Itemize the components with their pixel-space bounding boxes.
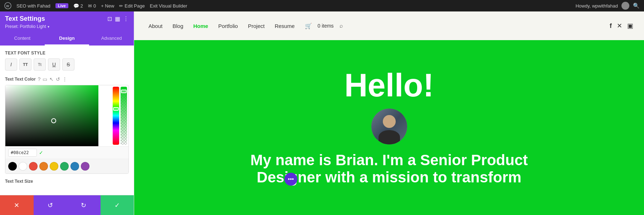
admin-bar: W SEO with Fahad Live 💬 2 ✉ 0 + New ✏ Ed… — [0, 0, 644, 11]
strikethrough-button[interactable]: S — [62, 58, 74, 71]
nav-portfolio[interactable]: Portfolio — [218, 23, 238, 29]
save-button[interactable]: ✓ — [101, 195, 134, 215]
avatar-image — [371, 109, 407, 144]
nav-about[interactable]: About — [148, 23, 162, 29]
alpha-handle — [121, 90, 127, 93]
hue-slider[interactable] — [113, 87, 119, 145]
swatch-yellow[interactable] — [50, 162, 58, 171]
panel-tabs: Content Design Advanced — [0, 32, 134, 46]
text-size-label: Text Text Size — [5, 179, 129, 184]
more-options-icon[interactable]: ⋮ — [62, 76, 67, 82]
svg-text:W: W — [6, 4, 9, 8]
cart-icon[interactable]: 🛒 — [305, 23, 312, 29]
nav-right: 🛒 0 items ⌕ — [305, 23, 343, 29]
nav-project[interactable]: Project — [248, 23, 265, 29]
chevron-down-icon: ▾ — [48, 25, 49, 29]
hue-handle — [113, 107, 119, 111]
undo-icon[interactable]: ↺ — [56, 76, 60, 82]
panel-more-icon[interactable]: ⋮ — [123, 15, 129, 22]
font-style-label: Text Font Style — [5, 51, 129, 56]
floating-menu-button[interactable]: ••• — [284, 173, 297, 186]
text-color-row: Text Text Color ? ▭ ↖ ↺ ⋮ — [5, 76, 129, 82]
cancel-button[interactable]: ✕ — [0, 195, 34, 215]
site-name[interactable]: SEO with Fahad — [16, 3, 50, 9]
avatar-body — [379, 130, 400, 144]
reset-button[interactable]: ↺ — [34, 195, 67, 215]
underline-button[interactable]: U — [48, 58, 60, 71]
site-area: About Blog Home Portfolio Project Resume… — [134, 11, 644, 215]
speech-icon: 💬 — [73, 3, 79, 9]
exit-visual-builder-button[interactable]: Exit Visual Builder — [150, 3, 187, 9]
monitor-icon[interactable]: ▭ — [43, 76, 47, 82]
tab-content[interactable]: Content — [0, 32, 45, 46]
swatch-black[interactable] — [8, 162, 17, 171]
instagram-icon[interactable]: ▣ — [627, 22, 633, 30]
site-navigation: About Blog Home Portfolio Project Resume… — [134, 11, 644, 40]
panel-preset[interactable]: Preset: Portfolio Light ▾ — [5, 24, 129, 29]
cart-text: 0 items — [318, 23, 334, 29]
nav-links: About Blog Home Portfolio Project Resume… — [148, 23, 343, 29]
cursor-icon[interactable]: ↖ — [49, 76, 54, 82]
uppercase-button[interactable]: TT — [19, 58, 31, 71]
swatch-red[interactable] — [29, 162, 38, 171]
nav-resume[interactable]: Resume — [275, 23, 295, 29]
panel-expand-icon[interactable]: ⊡ — [107, 15, 112, 22]
twitter-icon[interactable]: ✕ — [617, 22, 622, 30]
panel-header: Text Settings ⊡ ▦ ⋮ Preset: Portfolio Li… — [0, 11, 134, 32]
admin-search-icon[interactable]: 🔍 — [633, 3, 640, 9]
color-swatches — [5, 159, 128, 173]
facebook-icon[interactable]: f — [610, 22, 612, 30]
color-input-row: ✓ — [5, 146, 128, 159]
live-badge: Live — [55, 3, 68, 8]
help-icon[interactable]: ? — [38, 76, 41, 82]
color-picker[interactable]: ✓ — [5, 85, 129, 174]
comments-count[interactable]: 💬 2 — [73, 3, 83, 9]
avatar-head — [383, 115, 396, 128]
bottom-buttons: ✕ ↺ ↻ ✓ — [0, 195, 134, 215]
pencil-icon: ✏ — [119, 3, 123, 9]
hero-section: Hello! My name is Brian. I'm a Senior Pr… — [134, 40, 644, 215]
message-icon: ✉ — [88, 3, 92, 9]
text-color-label: Text Text Color — [5, 77, 36, 82]
search-icon[interactable]: ⌕ — [340, 23, 343, 29]
italic-button[interactable]: I — [5, 58, 17, 71]
text-settings-panel: Text Settings ⊡ ▦ ⋮ Preset: Portfolio Li… — [0, 11, 134, 215]
hero-hello-text: Hello! — [344, 69, 434, 101]
howdy-text: Howdy, wpwithfahad — [576, 3, 618, 9]
color-cursor — [51, 118, 56, 123]
new-button[interactable]: + New — [101, 3, 114, 9]
alpha-slider[interactable] — [121, 87, 127, 145]
edit-page-button[interactable]: ✏ Edit Page — [119, 3, 145, 9]
redo-button[interactable]: ↻ — [67, 195, 101, 215]
tab-advanced[interactable]: Advanced — [89, 32, 134, 46]
panel-grid-icon[interactable]: ▦ — [115, 15, 120, 22]
swatch-orange[interactable] — [39, 162, 48, 171]
color-hex-input[interactable] — [8, 149, 37, 157]
swatch-purple[interactable] — [81, 162, 89, 171]
color-sliders — [98, 85, 128, 146]
swatch-white[interactable] — [19, 162, 27, 171]
tab-design[interactable]: Design — [45, 32, 89, 46]
font-style-buttons: I TT Tt U S — [5, 58, 129, 71]
wp-logo-icon[interactable]: W — [4, 2, 11, 9]
capitalize-button[interactable]: Tt — [34, 58, 46, 71]
panel-title: Text Settings — [5, 15, 45, 23]
nav-blog[interactable]: Blog — [172, 23, 183, 29]
swatch-green[interactable] — [60, 162, 69, 171]
user-avatar[interactable] — [621, 2, 629, 10]
color-confirm-icon[interactable]: ✓ — [39, 150, 43, 156]
color-gradient[interactable] — [5, 85, 98, 146]
messages-count[interactable]: ✉ 0 — [88, 3, 96, 9]
swatch-blue[interactable] — [70, 162, 79, 171]
nav-home[interactable]: Home — [193, 23, 208, 29]
social-icons: f ✕ ▣ — [610, 22, 633, 30]
hero-avatar — [371, 109, 407, 144]
panel-body: Text Font Style I TT Tt U S Text Text Co… — [0, 46, 134, 195]
